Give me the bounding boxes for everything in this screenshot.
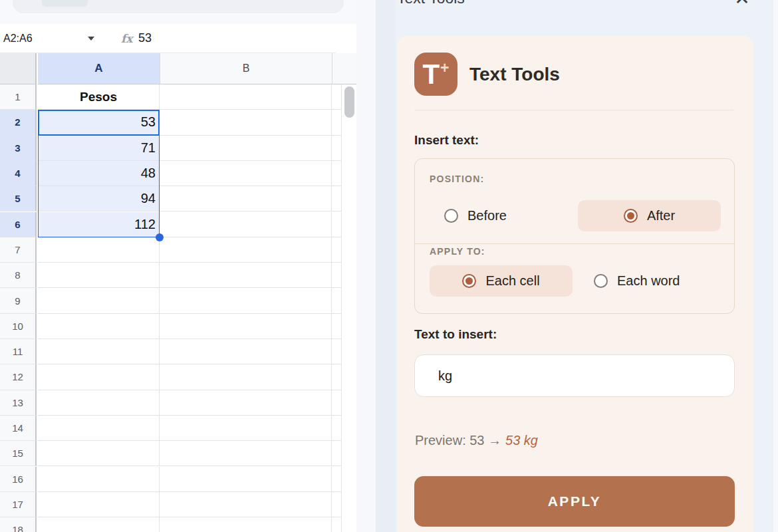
cell-A5[interactable]: 94 [38,186,160,211]
cell-B4[interactable] [160,161,332,186]
select-all-corner[interactable] [0,53,37,84]
fill-handle[interactable] [156,233,164,241]
name-box[interactable]: A2:A6 [3,24,33,53]
formula-bar-value[interactable]: 53 [138,24,152,53]
row-header-13[interactable]: 13 [0,390,37,416]
cell-partial-6[interactable] [332,212,342,237]
row-header-8[interactable]: 8 [0,263,37,288]
close-icon[interactable]: ✕ [731,0,753,6]
text-to-insert-input[interactable]: kg [414,354,735,397]
cell-A6[interactable]: 112 [38,212,160,237]
cell-A7[interactable] [38,237,160,263]
cell-B16[interactable] [160,467,332,492]
cell-B14[interactable] [160,416,332,441]
cell-partial-15[interactable] [332,441,342,466]
row-header-2[interactable]: 2 [0,110,37,135]
cell-A14[interactable] [38,416,160,441]
preview-result: 53 kg [505,433,538,448]
radio-each-word-icon[interactable] [594,274,608,288]
cell-partial-18[interactable] [332,517,342,532]
cell-B11[interactable] [160,339,332,364]
cell-A16[interactable] [38,467,160,492]
row-header-15[interactable]: 15 [0,441,37,466]
cell-partial-4[interactable] [332,161,342,186]
cell-partial-13[interactable] [332,390,342,416]
radio-each-cell-icon[interactable] [462,274,476,288]
cell-A17[interactable] [38,492,160,517]
cell-A10[interactable] [38,314,160,339]
cell-A1[interactable]: Pesos [38,84,160,110]
cell-partial-8[interactable] [332,263,342,288]
row-header-11[interactable]: 11 [0,339,37,364]
cell-A4[interactable]: 48 [38,161,160,186]
spreadsheet-area: A2:A6 fx 53 A B 1Pesos253371448594611278… [0,0,356,532]
column-header-b[interactable]: B [160,53,332,84]
column-header-a[interactable]: A [38,53,160,84]
cell-partial-11[interactable] [332,339,342,364]
row-header-14[interactable]: 14 [0,416,37,441]
cell-A18[interactable] [38,517,160,532]
row-header-1[interactable]: 1 [0,84,37,110]
cell-B1[interactable] [160,84,332,110]
row-header-17[interactable]: 17 [0,492,37,517]
fx-icon: fx [121,24,132,53]
radio-after-icon[interactable] [624,209,638,223]
cell-partial-9[interactable] [332,288,342,313]
radio-each-word[interactable]: Each word [594,265,680,297]
row-header-9[interactable]: 9 [0,288,37,313]
radio-before[interactable]: Before [444,200,507,231]
cell-A8[interactable] [38,263,160,288]
cell-A13[interactable] [38,390,160,416]
cell-B5[interactable] [160,186,332,211]
cell-partial-1[interactable] [332,84,342,110]
app-header: T + Text Tools [414,53,735,96]
row-header-3[interactable]: 3 [0,136,37,161]
cell-B15[interactable] [160,441,332,466]
cell-partial-7[interactable] [332,237,342,263]
preview-prefix: Preview: 53 → [415,433,501,448]
grid-row-15: 15 [0,441,342,466]
radio-each-cell[interactable]: Each cell [430,265,573,297]
cell-partial-5[interactable] [332,186,342,211]
radio-before-icon[interactable] [444,209,458,223]
cell-partial-10[interactable] [332,314,342,339]
cell-A9[interactable] [38,288,160,313]
apply-button[interactable]: APPLY [414,476,735,527]
cell-B7[interactable] [160,237,332,263]
cell-partial-17[interactable] [332,492,342,517]
cell-B9[interactable] [160,288,332,313]
cell-partial-2[interactable] [332,110,342,135]
panel-window-title: Text Tools [397,0,465,6]
cell-B2[interactable] [160,110,332,135]
cell-B6[interactable] [160,212,332,237]
cell-partial-14[interactable] [332,416,342,441]
vertical-scrollbar-thumb[interactable] [344,86,354,118]
cell-B10[interactable] [160,314,332,339]
row-header-6[interactable]: 6 [0,212,37,237]
row-header-16[interactable]: 16 [0,467,37,492]
cell-A3[interactable]: 71 [38,136,160,161]
cell-partial-12[interactable] [332,364,342,390]
row-header-10[interactable]: 10 [0,314,37,339]
cell-A12[interactable] [38,364,160,390]
row-header-7[interactable]: 7 [0,237,37,263]
cell-B18[interactable] [160,517,332,532]
cell-B12[interactable] [160,364,332,390]
radio-after[interactable]: After [578,200,721,231]
cell-B13[interactable] [160,390,332,416]
namebox-dropdown-icon[interactable] [88,37,94,41]
cell-partial-3[interactable] [332,136,342,161]
cell-B17[interactable] [160,492,332,517]
cell-A11[interactable] [38,339,160,364]
cell-A2[interactable]: 53 [38,110,160,135]
row-header-18[interactable]: 18 [0,517,37,532]
row-header-12[interactable]: 12 [0,364,37,390]
cell-A15[interactable] [38,441,160,466]
column-header-partial[interactable] [332,53,356,84]
cell-B3[interactable] [160,136,332,161]
row-header-5[interactable]: 5 [0,186,37,211]
grid-row-6: 6112 [0,212,342,237]
row-header-4[interactable]: 4 [0,161,37,186]
cell-partial-16[interactable] [332,467,342,492]
cell-B8[interactable] [160,263,332,288]
